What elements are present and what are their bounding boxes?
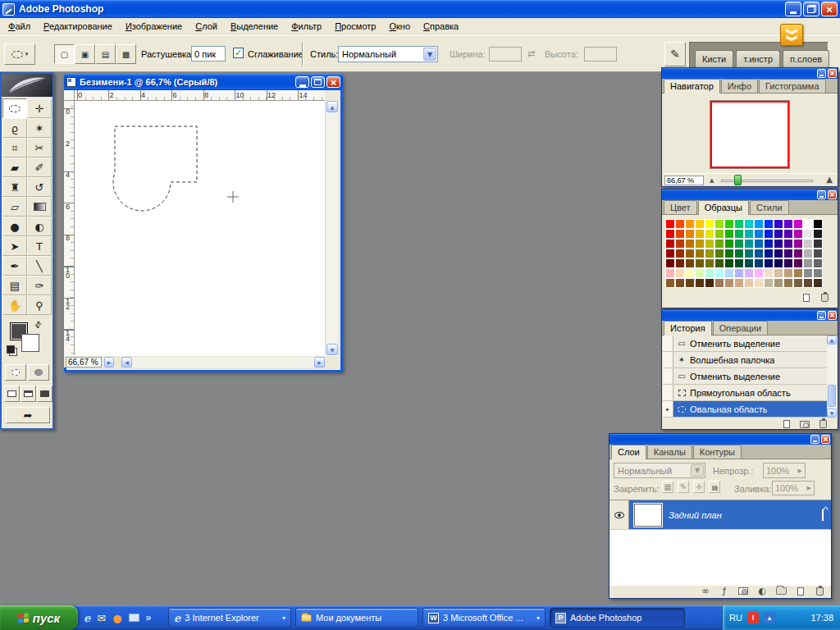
swatch-5-10[interactable]: [764, 268, 774, 278]
menu-item-5[interactable]: Выделение: [224, 19, 285, 34]
swatch-6-4[interactable]: [705, 278, 714, 288]
style-dropdown[interactable]: Нормальный: [338, 46, 438, 62]
toolbox-header[interactable]: [2, 74, 52, 97]
swatch-3-15[interactable]: [813, 249, 823, 258]
swatch-1-4[interactable]: [705, 229, 714, 239]
slider-popup-arrow-icon[interactable]: ▶: [807, 485, 811, 491]
new-document-from-state-button[interactable]: [782, 419, 792, 429]
swatch-6-8[interactable]: [744, 278, 754, 288]
swatch-0-9[interactable]: [754, 219, 764, 229]
start-button[interactable]: пуск: [0, 605, 78, 630]
navigator-proxy-preview[interactable]: [710, 101, 789, 168]
doc-close-button[interactable]: [326, 76, 340, 88]
add-to-selection-button[interactable]: ▣: [75, 44, 95, 64]
taskbar-task-4[interactable]: PAdobe Photoshop: [550, 608, 685, 628]
panel-minimize-button[interactable]: [810, 435, 819, 444]
scroll-up-button[interactable]: [326, 101, 338, 112]
taskbar-task-3[interactable]: W3 Microsoft Office ...▾: [422, 608, 546, 628]
history-tab-1[interactable]: История: [664, 321, 712, 336]
swatch-0-3[interactable]: [695, 219, 705, 229]
history-source-cell[interactable]: [663, 385, 673, 400]
delete-layer-button[interactable]: [815, 587, 824, 596]
swatch-3-11[interactable]: [774, 249, 783, 258]
swatch-4-12[interactable]: [783, 258, 793, 268]
tool-dodge[interactable]: ◐: [27, 217, 52, 236]
swatch-2-14[interactable]: [803, 239, 813, 249]
subtract-from-selection-button[interactable]: ▤: [95, 44, 116, 64]
fullscreen-button[interactable]: [37, 386, 52, 402]
swatch-3-13[interactable]: [793, 249, 803, 258]
swatch-1-10[interactable]: [764, 229, 774, 239]
tool-pen[interactable]: ✒: [2, 256, 27, 276]
swatch-5-15[interactable]: [813, 268, 823, 278]
swatch-3-10[interactable]: [764, 249, 774, 258]
new-swatch-button[interactable]: [801, 293, 811, 303]
swatch-4-15[interactable]: [813, 258, 823, 268]
intersect-selection-button[interactable]: ▩: [116, 44, 136, 64]
palette-well-tab-2[interactable]: т.инстр: [736, 50, 780, 67]
swatch-5-3[interactable]: [695, 268, 705, 278]
swatches-tab-1[interactable]: Цвет: [664, 200, 697, 214]
new-selection-button[interactable]: ▢: [54, 44, 75, 64]
menu-item-3[interactable]: Изображение: [119, 19, 189, 34]
delete-swatch-button[interactable]: [819, 293, 829, 303]
close-button[interactable]: [821, 2, 838, 16]
quick-launch-overflow-icon[interactable]: »: [146, 612, 152, 623]
dropdown-arrow-icon[interactable]: [691, 464, 704, 477]
language-indicator[interactable]: RU: [729, 613, 742, 623]
lock-position-icon[interactable]: ✛: [693, 481, 705, 493]
swatch-0-10[interactable]: [764, 219, 774, 229]
swatch-5-4[interactable]: [705, 268, 714, 278]
swatch-0-12[interactable]: [783, 219, 793, 229]
history-scrollbar[interactable]: [827, 336, 838, 418]
swatch-6-13[interactable]: [793, 278, 803, 288]
tool-type[interactable]: T: [27, 236, 52, 256]
swatch-3-3[interactable]: [695, 249, 705, 258]
swatch-2-5[interactable]: [714, 239, 724, 249]
jump-to-imageready-button[interactable]: ➦: [6, 407, 50, 423]
swatch-1-14[interactable]: [803, 229, 813, 239]
tool-path-selection[interactable]: ➤: [2, 236, 27, 256]
swatch-2-15[interactable]: [813, 239, 823, 249]
swatches-titlebar[interactable]: [662, 189, 838, 200]
menu-item-8[interactable]: Окно: [382, 19, 417, 34]
tool-notes[interactable]: ▤: [2, 276, 27, 295]
tool-gradient[interactable]: [27, 197, 52, 217]
layers-tab-1[interactable]: Слои: [611, 445, 646, 459]
swatch-0-5[interactable]: [714, 219, 724, 229]
swatch-5-9[interactable]: [754, 268, 764, 278]
palette-well-tab-1[interactable]: Кисти: [695, 50, 733, 67]
quick-launch-outlook[interactable]: ✉: [97, 612, 106, 624]
link-button[interactable]: ∞: [701, 586, 710, 596]
tool-eyedropper[interactable]: ✑: [27, 276, 52, 295]
history-source-cell[interactable]: [663, 336, 673, 351]
swatch-4-11[interactable]: [774, 258, 783, 268]
tool-line[interactable]: ╲: [27, 256, 52, 276]
swatch-2-8[interactable]: [744, 239, 754, 249]
dropdown-arrow-icon[interactable]: [423, 48, 436, 61]
swatch-3-8[interactable]: [744, 249, 754, 258]
tool-magic-wand[interactable]: ✶: [27, 118, 52, 138]
tray-app-icon[interactable]: ▴: [764, 612, 775, 623]
swatch-5-1[interactable]: [675, 268, 685, 278]
swatch-2-12[interactable]: [783, 239, 793, 249]
swatches-tab-3[interactable]: Стили: [750, 200, 789, 214]
tool-eraser[interactable]: ▱: [2, 197, 27, 217]
feather-input[interactable]: 0 пик: [191, 46, 226, 62]
swatch-1-15[interactable]: [813, 229, 823, 239]
swatch-4-13[interactable]: [793, 258, 803, 268]
history-titlebar[interactable]: [662, 310, 838, 321]
layers-tab-3[interactable]: Контуры: [693, 445, 742, 459]
swatch-2-1[interactable]: [675, 239, 685, 249]
swatch-2-9[interactable]: [754, 239, 764, 249]
swatch-0-11[interactable]: [774, 219, 783, 229]
swatch-6-5[interactable]: [714, 278, 724, 288]
layer-set-button[interactable]: [776, 587, 787, 596]
menu-item-9[interactable]: Справка: [417, 19, 465, 34]
swatch-0-2[interactable]: [685, 219, 695, 229]
restore-button[interactable]: [803, 2, 819, 16]
history-item-3[interactable]: ▭Отменить выделение: [663, 368, 827, 385]
swatch-0-1[interactable]: [675, 219, 685, 229]
swatch-5-5[interactable]: [714, 268, 724, 278]
tool-lasso[interactable]: ϱ: [2, 118, 27, 138]
